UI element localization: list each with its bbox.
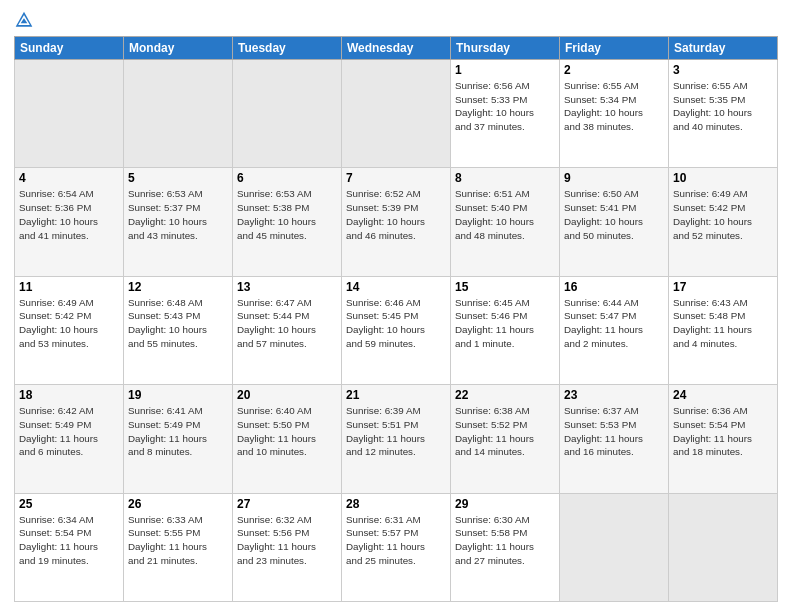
calendar-cell: 25Sunrise: 6:34 AM Sunset: 5:54 PM Dayli… bbox=[15, 493, 124, 601]
day-info: Sunrise: 6:46 AM Sunset: 5:45 PM Dayligh… bbox=[346, 296, 446, 351]
day-number: 20 bbox=[237, 388, 337, 402]
calendar-cell: 18Sunrise: 6:42 AM Sunset: 5:49 PM Dayli… bbox=[15, 385, 124, 493]
calendar-cell: 2Sunrise: 6:55 AM Sunset: 5:34 PM Daylig… bbox=[560, 60, 669, 168]
day-number: 27 bbox=[237, 497, 337, 511]
day-info: Sunrise: 6:49 AM Sunset: 5:42 PM Dayligh… bbox=[673, 187, 773, 242]
weekday-sunday: Sunday bbox=[15, 37, 124, 60]
day-info: Sunrise: 6:53 AM Sunset: 5:37 PM Dayligh… bbox=[128, 187, 228, 242]
calendar-cell: 13Sunrise: 6:47 AM Sunset: 5:44 PM Dayli… bbox=[233, 276, 342, 384]
day-info: Sunrise: 6:40 AM Sunset: 5:50 PM Dayligh… bbox=[237, 404, 337, 459]
day-info: Sunrise: 6:37 AM Sunset: 5:53 PM Dayligh… bbox=[564, 404, 664, 459]
day-info: Sunrise: 6:47 AM Sunset: 5:44 PM Dayligh… bbox=[237, 296, 337, 351]
day-info: Sunrise: 6:42 AM Sunset: 5:49 PM Dayligh… bbox=[19, 404, 119, 459]
logo-icon bbox=[14, 10, 34, 30]
day-number: 16 bbox=[564, 280, 664, 294]
weekday-monday: Monday bbox=[124, 37, 233, 60]
day-number: 26 bbox=[128, 497, 228, 511]
calendar-cell: 16Sunrise: 6:44 AM Sunset: 5:47 PM Dayli… bbox=[560, 276, 669, 384]
header bbox=[14, 10, 778, 30]
calendar-cell: 12Sunrise: 6:48 AM Sunset: 5:43 PM Dayli… bbox=[124, 276, 233, 384]
calendar-week-1: 4Sunrise: 6:54 AM Sunset: 5:36 PM Daylig… bbox=[15, 168, 778, 276]
calendar-cell: 28Sunrise: 6:31 AM Sunset: 5:57 PM Dayli… bbox=[342, 493, 451, 601]
day-number: 25 bbox=[19, 497, 119, 511]
day-number: 6 bbox=[237, 171, 337, 185]
calendar-cell bbox=[15, 60, 124, 168]
calendar-cell: 20Sunrise: 6:40 AM Sunset: 5:50 PM Dayli… bbox=[233, 385, 342, 493]
calendar-cell: 29Sunrise: 6:30 AM Sunset: 5:58 PM Dayli… bbox=[451, 493, 560, 601]
day-info: Sunrise: 6:39 AM Sunset: 5:51 PM Dayligh… bbox=[346, 404, 446, 459]
day-info: Sunrise: 6:31 AM Sunset: 5:57 PM Dayligh… bbox=[346, 513, 446, 568]
day-number: 15 bbox=[455, 280, 555, 294]
day-info: Sunrise: 6:56 AM Sunset: 5:33 PM Dayligh… bbox=[455, 79, 555, 134]
day-number: 5 bbox=[128, 171, 228, 185]
day-info: Sunrise: 6:41 AM Sunset: 5:49 PM Dayligh… bbox=[128, 404, 228, 459]
weekday-wednesday: Wednesday bbox=[342, 37, 451, 60]
weekday-saturday: Saturday bbox=[669, 37, 778, 60]
day-number: 14 bbox=[346, 280, 446, 294]
calendar-week-2: 11Sunrise: 6:49 AM Sunset: 5:42 PM Dayli… bbox=[15, 276, 778, 384]
calendar-cell: 3Sunrise: 6:55 AM Sunset: 5:35 PM Daylig… bbox=[669, 60, 778, 168]
calendar-cell: 22Sunrise: 6:38 AM Sunset: 5:52 PM Dayli… bbox=[451, 385, 560, 493]
day-info: Sunrise: 6:32 AM Sunset: 5:56 PM Dayligh… bbox=[237, 513, 337, 568]
day-number: 23 bbox=[564, 388, 664, 402]
calendar-table: SundayMondayTuesdayWednesdayThursdayFrid… bbox=[14, 36, 778, 602]
calendar-cell: 4Sunrise: 6:54 AM Sunset: 5:36 PM Daylig… bbox=[15, 168, 124, 276]
calendar-cell: 11Sunrise: 6:49 AM Sunset: 5:42 PM Dayli… bbox=[15, 276, 124, 384]
logo bbox=[14, 10, 38, 30]
calendar-cell: 15Sunrise: 6:45 AM Sunset: 5:46 PM Dayli… bbox=[451, 276, 560, 384]
calendar-cell: 14Sunrise: 6:46 AM Sunset: 5:45 PM Dayli… bbox=[342, 276, 451, 384]
weekday-friday: Friday bbox=[560, 37, 669, 60]
day-info: Sunrise: 6:43 AM Sunset: 5:48 PM Dayligh… bbox=[673, 296, 773, 351]
day-number: 21 bbox=[346, 388, 446, 402]
calendar-cell bbox=[124, 60, 233, 168]
calendar-cell: 24Sunrise: 6:36 AM Sunset: 5:54 PM Dayli… bbox=[669, 385, 778, 493]
calendar-cell: 9Sunrise: 6:50 AM Sunset: 5:41 PM Daylig… bbox=[560, 168, 669, 276]
calendar-cell: 23Sunrise: 6:37 AM Sunset: 5:53 PM Dayli… bbox=[560, 385, 669, 493]
day-info: Sunrise: 6:33 AM Sunset: 5:55 PM Dayligh… bbox=[128, 513, 228, 568]
day-info: Sunrise: 6:45 AM Sunset: 5:46 PM Dayligh… bbox=[455, 296, 555, 351]
calendar-cell bbox=[669, 493, 778, 601]
calendar-week-4: 25Sunrise: 6:34 AM Sunset: 5:54 PM Dayli… bbox=[15, 493, 778, 601]
day-number: 12 bbox=[128, 280, 228, 294]
day-number: 1 bbox=[455, 63, 555, 77]
page: SundayMondayTuesdayWednesdayThursdayFrid… bbox=[0, 0, 792, 612]
day-info: Sunrise: 6:50 AM Sunset: 5:41 PM Dayligh… bbox=[564, 187, 664, 242]
day-info: Sunrise: 6:55 AM Sunset: 5:35 PM Dayligh… bbox=[673, 79, 773, 134]
calendar-cell bbox=[342, 60, 451, 168]
calendar-cell: 27Sunrise: 6:32 AM Sunset: 5:56 PM Dayli… bbox=[233, 493, 342, 601]
calendar-cell: 17Sunrise: 6:43 AM Sunset: 5:48 PM Dayli… bbox=[669, 276, 778, 384]
day-number: 8 bbox=[455, 171, 555, 185]
day-number: 29 bbox=[455, 497, 555, 511]
weekday-thursday: Thursday bbox=[451, 37, 560, 60]
day-number: 24 bbox=[673, 388, 773, 402]
calendar-cell: 7Sunrise: 6:52 AM Sunset: 5:39 PM Daylig… bbox=[342, 168, 451, 276]
calendar-cell: 6Sunrise: 6:53 AM Sunset: 5:38 PM Daylig… bbox=[233, 168, 342, 276]
day-number: 10 bbox=[673, 171, 773, 185]
day-number: 18 bbox=[19, 388, 119, 402]
day-info: Sunrise: 6:49 AM Sunset: 5:42 PM Dayligh… bbox=[19, 296, 119, 351]
day-info: Sunrise: 6:38 AM Sunset: 5:52 PM Dayligh… bbox=[455, 404, 555, 459]
calendar-cell: 19Sunrise: 6:41 AM Sunset: 5:49 PM Dayli… bbox=[124, 385, 233, 493]
calendar-cell bbox=[560, 493, 669, 601]
day-info: Sunrise: 6:55 AM Sunset: 5:34 PM Dayligh… bbox=[564, 79, 664, 134]
calendar-cell: 8Sunrise: 6:51 AM Sunset: 5:40 PM Daylig… bbox=[451, 168, 560, 276]
day-info: Sunrise: 6:30 AM Sunset: 5:58 PM Dayligh… bbox=[455, 513, 555, 568]
day-number: 7 bbox=[346, 171, 446, 185]
day-number: 9 bbox=[564, 171, 664, 185]
day-number: 11 bbox=[19, 280, 119, 294]
calendar-cell: 10Sunrise: 6:49 AM Sunset: 5:42 PM Dayli… bbox=[669, 168, 778, 276]
day-number: 4 bbox=[19, 171, 119, 185]
day-info: Sunrise: 6:54 AM Sunset: 5:36 PM Dayligh… bbox=[19, 187, 119, 242]
day-number: 28 bbox=[346, 497, 446, 511]
calendar-cell: 21Sunrise: 6:39 AM Sunset: 5:51 PM Dayli… bbox=[342, 385, 451, 493]
day-info: Sunrise: 6:34 AM Sunset: 5:54 PM Dayligh… bbox=[19, 513, 119, 568]
weekday-header-row: SundayMondayTuesdayWednesdayThursdayFrid… bbox=[15, 37, 778, 60]
calendar-cell bbox=[233, 60, 342, 168]
day-info: Sunrise: 6:36 AM Sunset: 5:54 PM Dayligh… bbox=[673, 404, 773, 459]
calendar-cell: 1Sunrise: 6:56 AM Sunset: 5:33 PM Daylig… bbox=[451, 60, 560, 168]
day-info: Sunrise: 6:52 AM Sunset: 5:39 PM Dayligh… bbox=[346, 187, 446, 242]
day-number: 2 bbox=[564, 63, 664, 77]
day-number: 13 bbox=[237, 280, 337, 294]
day-info: Sunrise: 6:51 AM Sunset: 5:40 PM Dayligh… bbox=[455, 187, 555, 242]
day-info: Sunrise: 6:53 AM Sunset: 5:38 PM Dayligh… bbox=[237, 187, 337, 242]
